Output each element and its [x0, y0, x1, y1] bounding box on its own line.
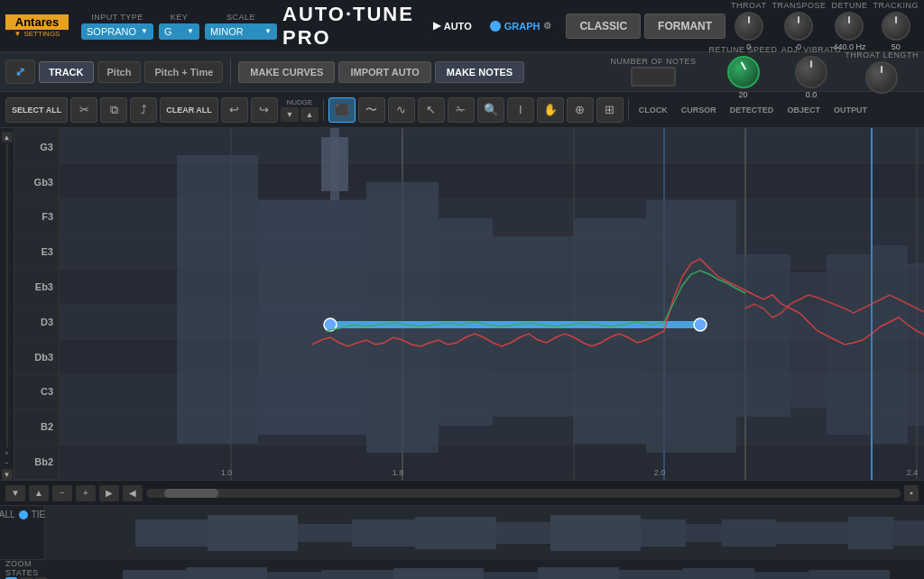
tie-dot[interactable] — [19, 510, 28, 519]
mini-wave-area: ALL TIE — [0, 505, 924, 559]
pitch-label-d3: D3 — [14, 305, 59, 340]
piano-roll-svg: 1.0 1.8 2.0 2.4 — [60, 128, 924, 480]
make-notes-button[interactable]: MAKE NOTES — [435, 61, 524, 83]
scroll-handle[interactable]: ▪ — [904, 485, 919, 501]
export-icon-btn[interactable]: ⤴ — [130, 97, 157, 123]
autotune-title: AUTO·TUNE PRO — [282, 3, 419, 50]
svg-rect-35 — [827, 254, 872, 435]
scroll-minus[interactable]: − — [52, 485, 72, 501]
select-all-button[interactable]: SELECT ALL — [5, 97, 68, 123]
svg-rect-57 — [641, 519, 686, 547]
scissors-icon-btn[interactable]: ✂ — [70, 97, 97, 123]
adj-vibrato-label: ADJ. VIBRATO — [781, 45, 842, 54]
second-bar: ⤢ TRACK Pitch Pitch + Time MAKE CURVES I… — [0, 52, 924, 92]
input-type-dropdown[interactable]: SOPRANO ▼ — [81, 23, 153, 40]
curve-tool-btn[interactable]: 〜 — [358, 97, 385, 123]
zoom-tool-btn[interactable]: 🔍 — [477, 97, 504, 123]
copy-icon-btn[interactable]: ⧉ — [100, 97, 127, 123]
pitch-label-bb2: Bb2 — [14, 445, 59, 480]
scroll-track-vert — [6, 144, 8, 447]
pitch-time-tab[interactable]: Pitch + Time — [144, 61, 223, 83]
formant-button[interactable]: FORMANT — [644, 14, 725, 39]
piano-roll[interactable]: 1.0 1.8 2.0 2.4 — [60, 128, 924, 480]
pitch-labels: G3 Gb3 F3 E3 Eb3 D3 Db3 C3 B2 Bb2 — [14, 128, 60, 480]
mini-canvas — [45, 506, 924, 559]
clear-all-button[interactable]: CLEAR ALL — [160, 97, 218, 123]
svg-rect-34 — [790, 272, 827, 408]
scale-dropdown[interactable]: MINOR ▼ — [205, 23, 277, 40]
svg-rect-60 — [776, 522, 848, 544]
main-area: ▲ + − ▼ G3 Gb3 F3 E3 Eb3 D3 Db3 C3 B2 Bb… — [0, 128, 924, 480]
svg-rect-50 — [135, 519, 208, 547]
scale-label: SCALE — [226, 13, 255, 22]
grid-tool-btn[interactable]: ⊞ — [596, 97, 624, 123]
scroll-down-btn[interactable]: ▼ — [2, 469, 13, 480]
nudge-up-arrow[interactable]: ▲ — [300, 107, 319, 122]
scroll-track-horiz[interactable] — [146, 489, 901, 498]
auto-button[interactable]: ▶ AUTO — [424, 16, 481, 35]
svg-rect-58 — [686, 524, 722, 542]
num-notes-group: NUMBER OF NOTES — [611, 57, 697, 87]
left-controls: ▲ + − ▼ — [0, 128, 14, 480]
output-label: OUTPUT — [828, 97, 873, 123]
svg-rect-41 — [330, 321, 700, 328]
plus-btn[interactable]: + — [5, 449, 9, 457]
svg-rect-55 — [496, 522, 550, 544]
key-dropdown[interactable]: G ▼ — [159, 23, 199, 40]
svg-rect-31 — [574, 218, 646, 444]
throat-length-knob[interactable] — [865, 61, 898, 94]
zoom-states-left: ZOOM STATES 1 2 3 4 5 6 — [4, 557, 49, 580]
detune-knob[interactable] — [835, 12, 864, 41]
svg-rect-54 — [415, 517, 496, 549]
scale-arrow: ▼ — [264, 27, 272, 35]
transpose-label: TRANSPOSE — [772, 1, 826, 10]
nudge-group: NUDGE ▼ ▲ — [281, 98, 319, 122]
undo-button[interactable]: ↩ — [221, 97, 248, 123]
svg-rect-2 — [60, 198, 924, 234]
pencil-tool-btn[interactable]: ⬛ — [328, 97, 356, 123]
svg-text:2.0: 2.0 — [654, 468, 666, 477]
scroll-left-btn[interactable]: ▼ — [5, 485, 25, 501]
pitch-tab[interactable]: Pitch — [97, 61, 142, 83]
make-curves-button[interactable]: MAKE CURVES — [238, 61, 335, 83]
transpose-knob[interactable] — [784, 12, 813, 41]
svg-text:1.0: 1.0 — [221, 468, 233, 477]
scroll-left-arrow[interactable]: ◀ — [123, 485, 143, 501]
cursor-text-btn[interactable]: I — [507, 97, 534, 123]
throat-length-group: THROAT LENGTH — [845, 51, 919, 94]
detune-group: DETUNE 440.0 Hz — [831, 1, 867, 51]
minus-btn[interactable]: − — [5, 459, 9, 467]
wave-tool-btn[interactable]: ∿ — [388, 97, 415, 123]
scroll-thumb[interactable] — [164, 489, 218, 498]
nudge-down-arrow[interactable]: ▼ — [281, 107, 299, 122]
retune-speed-knob[interactable] — [727, 56, 760, 88]
adj-vibrato-knob[interactable] — [795, 56, 827, 88]
scroll-up-btn[interactable]: ▲ — [2, 132, 13, 142]
tracking-knob[interactable] — [882, 12, 910, 41]
svg-text:2.4: 2.4 — [907, 468, 919, 477]
toolbar-divider-1 — [323, 99, 324, 121]
svg-rect-61 — [848, 517, 893, 549]
pan-tool-btn[interactable]: ✋ — [537, 97, 564, 123]
object-label: OBJECT — [781, 97, 826, 123]
redo-button[interactable]: ↪ — [251, 97, 278, 123]
throat-knob[interactable] — [735, 12, 763, 41]
pitch-label-c3: C3 — [14, 375, 59, 410]
svg-rect-67 — [321, 570, 393, 580]
import-auto-button[interactable]: IMPORT AUTO — [338, 61, 430, 83]
track-tab[interactable]: TRACK — [39, 61, 94, 83]
graph-button[interactable]: GRAPH ⚙ — [481, 16, 561, 35]
classic-button[interactable]: CLASSIC — [566, 14, 641, 39]
clock-label: CLOCK — [633, 97, 673, 123]
antares-settings[interactable]: ▼ SETTINGS — [14, 30, 60, 38]
scroll-up-small[interactable]: ▲ — [29, 485, 49, 501]
scroll-right-arrow[interactable]: ▶ — [99, 485, 119, 501]
svg-rect-33 — [736, 254, 790, 417]
scroll-plus[interactable]: + — [76, 485, 96, 501]
mini-wave-left: ALL TIE — [0, 506, 45, 559]
cut-tool-btn[interactable]: ✁ — [448, 97, 475, 123]
select-tool-btn[interactable]: ↖ — [418, 97, 445, 123]
bottom-scroll-bar: ▼ ▲ − + ▶ ◀ ▪ — [0, 480, 924, 505]
svg-rect-3 — [60, 234, 924, 269]
target-tool-btn[interactable]: ⊕ — [567, 97, 594, 123]
